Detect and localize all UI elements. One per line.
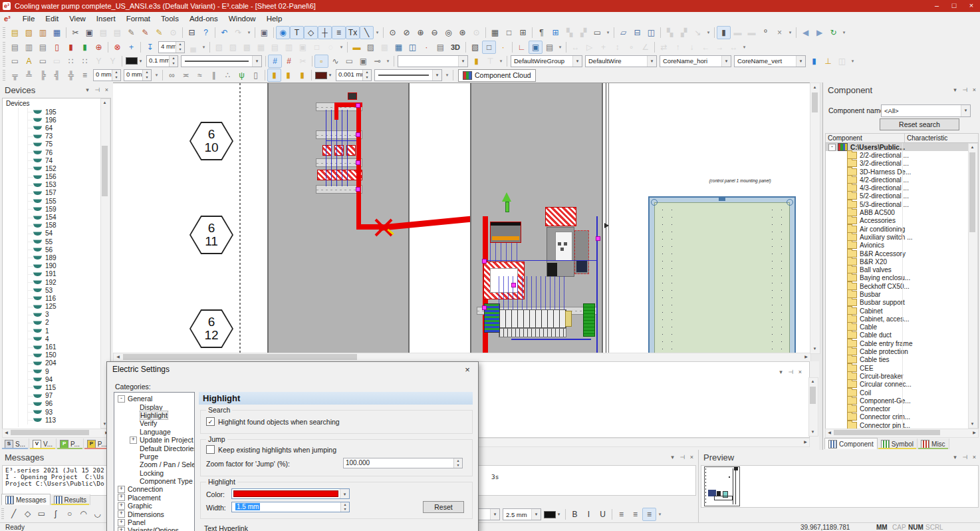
highlighter-icon[interactable]: ✎ [152, 26, 166, 39]
device-tree-item[interactable]: 116 [3, 294, 110, 302]
draw-rectangle-icon[interactable]: ▭ [35, 507, 49, 520]
trim-icon[interactable]: ✂ [296, 55, 310, 68]
close-button[interactable]: × [963, 0, 980, 12]
device-tree-item[interactable]: 55 [3, 238, 110, 246]
page-delete-icon[interactable]: ▤ [36, 41, 50, 54]
hidden-b-icon[interactable]: ▬ [745, 26, 759, 39]
group-overflow-icon[interactable]: ▾ [705, 26, 712, 39]
settings-category[interactable]: +Connection [114, 485, 194, 493]
scroll-up-icon[interactable] [101, 99, 108, 106]
device-tree-item[interactable]: 74 [3, 156, 110, 164]
device-tree-item[interactable]: 150 [3, 351, 110, 359]
sheet-reference-icon[interactable]: ▤ [433, 41, 447, 54]
style-overflow-icon[interactable]: ▾ [443, 69, 451, 82]
menu-view[interactable]: View [64, 13, 91, 24]
window-cascade-icon[interactable]: ▱ [616, 26, 630, 39]
settings-category[interactable]: Zoom / Pan / Select [114, 460, 194, 468]
import-icon[interactable]: ▥ [36, 26, 50, 39]
device-tree-item[interactable]: 73 [3, 132, 110, 140]
device-tree-item[interactable]: 152 [3, 164, 110, 172]
menu-format[interactable]: Format [121, 13, 156, 24]
hatch-delete-icon[interactable]: # [282, 55, 296, 68]
window-tile-horizontal-icon[interactable]: ⊟ [630, 26, 644, 39]
devices-root-node[interactable]: Devices [3, 98, 110, 108]
angle-icon[interactable]: ∠ [638, 41, 652, 54]
redo-icon[interactable]: ↷ [231, 26, 245, 39]
spinner-buttons[interactable] [453, 458, 462, 468]
dropdown-arrow-icon[interactable] [531, 509, 541, 520]
model-overflow-icon[interactable]: ▾ [556, 41, 564, 54]
expand-icon[interactable]: - [118, 395, 125, 403]
delete-icon[interactable]: ⊗ [110, 41, 124, 54]
tab-sheet[interactable]: SS... [1, 439, 29, 449]
component-hscrollbar[interactable] [825, 429, 979, 438]
axis-icon[interactable]: ∟ [515, 41, 529, 54]
align-left-edge-icon[interactable]: ╠ [36, 69, 50, 82]
pin-icon[interactable]: ⊤ [94, 87, 100, 92]
pin-couple-icon[interactable]: ∞ [165, 69, 179, 82]
group-icon[interactable]: ▚ [663, 26, 677, 39]
bold-icon[interactable]: B [568, 508, 582, 521]
move-down-icon[interactable]: ↓ [685, 41, 699, 54]
device-tree-item[interactable]: 97 [3, 392, 110, 400]
refresh-icon[interactable]: ↻ [826, 26, 840, 39]
move-icon[interactable]: + [124, 41, 138, 54]
attribute-copy-icon[interactable]: ▭ [50, 55, 64, 68]
settings-category[interactable]: Default Directories [114, 444, 194, 452]
device-tree-item[interactable]: 156 [3, 173, 110, 181]
close-icon[interactable]: × [973, 87, 976, 93]
settings-category[interactable]: Purge [114, 452, 194, 460]
pin-connection-icon[interactable]: ↧ [143, 41, 157, 54]
view-panel-icon[interactable]: □ [482, 41, 496, 54]
maximize-button[interactable]: □ [945, 0, 963, 12]
dropdown-arrow-icon[interactable] [432, 70, 441, 81]
device-tree-item[interactable]: 192 [3, 278, 110, 286]
print-icon[interactable]: ⊟ [185, 26, 199, 39]
device-tree-item[interactable]: 161 [3, 343, 110, 351]
spacing-v-input[interactable]: 0 mm [124, 69, 152, 81]
disconnect-icon[interactable]: ▞ [576, 26, 590, 39]
working-area-icon[interactable]: □ [502, 26, 516, 39]
wire-overflow-icon[interactable]: ▾ [384, 55, 392, 68]
pin-icon[interactable]: ⊤ [787, 369, 794, 375]
hidden-a-icon[interactable]: ▬ [731, 26, 745, 39]
window-tile-vertical-icon[interactable]: ◫ [644, 26, 658, 39]
line-style-select[interactable] [181, 55, 262, 67]
expand-icon[interactable]: + [118, 510, 125, 518]
distribute-icon[interactable]: ≡ [78, 69, 92, 82]
wire-type-select[interactable] [398, 55, 468, 67]
align-center-icon[interactable]: ≡ [628, 508, 642, 521]
handle-icon[interactable]: ∙ [496, 41, 510, 54]
toolbar-grip[interactable] [1, 508, 4, 519]
pin-parallel-icon[interactable]: ∥ [207, 69, 221, 82]
column-component[interactable]: Component [826, 134, 905, 143]
device-tree-item[interactable]: 4 [3, 335, 110, 343]
device-tree-item[interactable]: 159 [3, 205, 110, 213]
minimize-button[interactable]: – [928, 0, 945, 12]
connector-yellow-icon[interactable]: ▮ [469, 55, 483, 68]
scrollbar-thumb[interactable] [969, 152, 975, 232]
settings-category[interactable]: +Placement [114, 494, 194, 502]
highlight-width-input[interactable]: 1.5 mm [231, 502, 350, 512]
cube-right-icon[interactable]: ▦ [254, 41, 268, 54]
checkbox-checked-icon[interactable]: ✓ [206, 417, 215, 426]
grid-icon[interactable]: ▦ [488, 26, 502, 39]
scrollbar-thumb[interactable] [102, 146, 108, 196]
spinner-buttons[interactable] [112, 70, 120, 81]
expand-icon[interactable]: + [118, 502, 125, 510]
marker-overflow-icon[interactable]: ▾ [787, 26, 794, 39]
model-view-icon[interactable]: ▣ [529, 41, 543, 54]
scroll-up-icon[interactable] [969, 144, 976, 151]
italic-icon[interactable]: I [582, 508, 596, 521]
terminal-table-icon[interactable]: ▦ [392, 41, 406, 54]
settings-category[interactable]: Language [114, 428, 194, 436]
door-yellow1-icon[interactable]: ▮ [267, 69, 281, 82]
previous-sheet-icon[interactable]: ◀ [798, 26, 812, 39]
tab-messages[interactable]: Messages [1, 494, 51, 505]
device-tree-item[interactable]: 3 [3, 311, 110, 319]
panel-menu-icon[interactable]: ▾ [86, 87, 89, 93]
zoom-selection-icon[interactable]: ⊛ [455, 26, 469, 39]
door-frame-icon[interactable]: ▯ [249, 69, 263, 82]
toolbar-grip[interactable] [3, 27, 5, 38]
scroll-right-icon[interactable] [802, 353, 810, 361]
